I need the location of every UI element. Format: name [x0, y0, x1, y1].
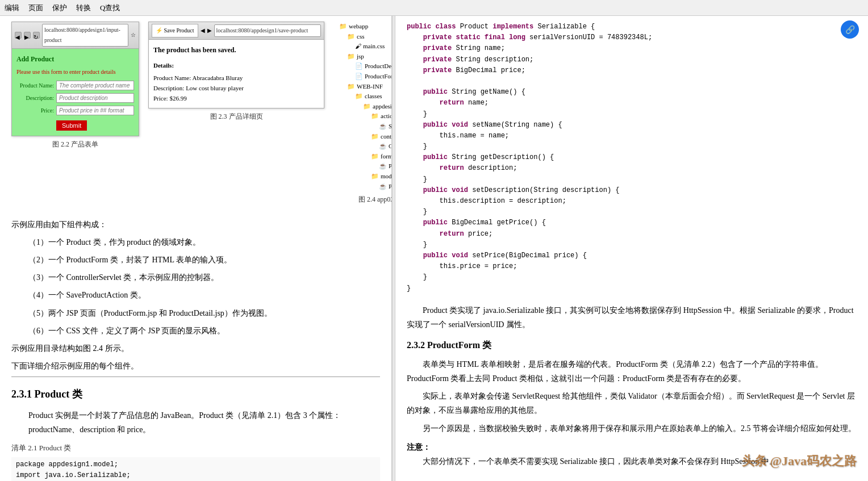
form-row-desc: Description:: [16, 93, 134, 103]
tree-name: appdesign1: [373, 102, 392, 112]
top-toolbar: 编辑 页面 保护 转换 Q查找: [0, 0, 868, 16]
code-line: public void setName(String name) {: [407, 120, 857, 131]
bookmark-icon: ☆: [131, 30, 136, 40]
item3: （3）一个 ControllerServlet 类，本示例应用的控制器。: [28, 270, 380, 285]
toolbar-edit[interactable]: 编辑: [5, 3, 19, 13]
nav-forward2[interactable]: ▶: [207, 26, 212, 36]
label-price: Price:: [16, 106, 56, 116]
fig22-caption: 图 2.2 产品表单: [11, 139, 139, 151]
tree-icon: 📁: [347, 52, 355, 62]
code-line: return name;: [407, 98, 857, 108]
code-line: }: [407, 109, 857, 120]
section-text: Product 实例是一个封装了产品信息的 JavaBean。Product 类…: [28, 408, 380, 437]
tree-name: form: [381, 152, 392, 162]
label-description: Description:: [16, 93, 56, 103]
tree-icon: 📁: [371, 172, 379, 182]
code-line-1: package appdesign1.model;: [16, 459, 375, 470]
code-line: public class Product implements Serializ…: [407, 22, 857, 32]
details-label: Details:: [153, 60, 319, 72]
right-para2: 表单类与 HTML 表单相映射，是后者在服务端的代表。ProductForm 类…: [407, 357, 857, 386]
tree-item: 📄ProductDetails.jsp: [339, 61, 392, 72]
fig22-toolbar: ◀ ▶ ↻ localhost:8080/appdesign1/input-pr…: [12, 22, 139, 49]
input-product-name[interactable]: [56, 81, 134, 90]
add-product-form: Add Product Please use this form to ente…: [12, 49, 139, 136]
tree-name: action: [381, 111, 392, 122]
fig23-browser: ⚡ Save Product ◀ ▶ localhost:8080/appdes…: [148, 22, 324, 212]
tree-item: 📁action: [339, 111, 392, 122]
item4: （4）一个 SaveProductAction 类。: [28, 288, 380, 302]
tree-icon: 📄: [355, 72, 363, 82]
fig23-window: ⚡ Save Product ◀ ▶ localhost:8080/appdes…: [148, 22, 324, 108]
tree-name: model: [381, 172, 392, 182]
intro-text: 示例应用由如下组件构成：: [11, 218, 380, 232]
code-line: }: [407, 174, 857, 185]
code-line: private String name;: [407, 43, 857, 54]
code-line: this.price = price;: [407, 261, 857, 272]
tree-icon: 📁: [347, 32, 355, 42]
code-line: public BigDecimal getPrice() {: [407, 218, 857, 228]
screenshots-row: ◀ ▶ ↻ localhost:8080/appdesign1/input-pr…: [11, 22, 380, 212]
tree-item: 📁jsp: [339, 52, 392, 62]
file-tree-container: 📁webapp📁css🖌main.css📁jsp📄ProductDetails.…: [333, 22, 392, 212]
code-line: }: [407, 240, 857, 250]
item1: （1）一个 Product 类，作为 product 的领域对象。: [28, 235, 380, 249]
toolbar-convert[interactable]: 转换: [76, 3, 91, 13]
right-para5: 大部分情况下，一个表单类不需要实现 Serializable 接口，因此表单类对…: [407, 454, 857, 469]
code-line: private BigDecimal price;: [407, 65, 857, 76]
blue-circle-icon[interactable]: 🔗: [841, 20, 859, 39]
tree-name: ProductForm.jsp: [365, 72, 392, 82]
tree-item: 📁css: [339, 32, 392, 42]
code-line: public void setDescription(String descri…: [407, 185, 857, 196]
fig22-url: localhost:8080/appdesign1/input-product: [42, 24, 128, 47]
tree-name: main.css: [363, 41, 385, 52]
tree-name: webapp: [349, 22, 368, 32]
fig23-url: localhost:8080/appdesign1/save-product: [214, 24, 321, 37]
toolbar-protect[interactable]: 保护: [52, 3, 67, 13]
code-line: private String description;: [407, 55, 857, 65]
tree-item: 📁controller: [339, 132, 392, 142]
file-tree: 📁webapp📁css🖌main.css📁jsp📄ProductDetails.…: [339, 22, 392, 191]
code-line: [407, 76, 857, 87]
code-line: }: [407, 207, 857, 218]
tree-icon: ☕: [379, 182, 387, 192]
toolbar-page[interactable]: 页面: [28, 3, 43, 13]
tree-icon: ☕: [379, 161, 387, 172]
details-text: Product Name: Abracadabra Bluray Descrip…: [153, 73, 319, 103]
form-row-price: Price:: [16, 106, 134, 116]
toolbar-search[interactable]: Q查找: [100, 3, 120, 13]
nav-back[interactable]: ◀: [15, 32, 22, 39]
code-line: return price;: [407, 229, 857, 240]
main-area: ◀ ▶ ↻ localhost:8080/appdesign1/input-pr…: [0, 16, 868, 481]
tab-save: ⚡ Save Product: [152, 24, 198, 37]
nav-back2[interactable]: ◀: [201, 26, 205, 36]
nav-forward[interactable]: ▶: [24, 32, 31, 39]
right-para3: 实际上，表单对象会传递 ServletRequest 给其他组件，类似 Vali…: [407, 389, 857, 417]
section-heading-231: 2.3.1 Product 类: [11, 385, 380, 403]
nav-refresh[interactable]: ↻: [33, 32, 40, 39]
tree-icon: 📁: [355, 91, 363, 102]
tree-item: 📁webapp: [339, 22, 392, 32]
sub-heading-232: 2.3.2 ProductForm 类: [407, 337, 857, 354]
tree-name: jsp: [357, 52, 364, 62]
code-line: return description;: [407, 163, 857, 174]
tree-item: 📁WEB-INF: [339, 82, 392, 92]
tree-name: classes: [365, 91, 382, 102]
tree-name: css: [357, 32, 364, 42]
tree-icon: 📁: [347, 82, 355, 92]
divider: [11, 377, 380, 377]
submit-button[interactable]: Submit: [56, 120, 87, 131]
tree-detail-intro: 下面详细介绍示例应用的每个组件。: [11, 359, 380, 373]
label-product-name: Product Name:: [16, 81, 56, 91]
input-description[interactable]: [56, 93, 134, 103]
tree-item: 📁model: [339, 172, 392, 182]
tree-item: 🖌main.css: [339, 41, 392, 52]
fig23-caption: 图 2.3 产品详细页: [148, 111, 324, 123]
right-para1: Product 类实现了 java.io.Serializable 接口，其实例…: [407, 303, 857, 332]
input-price[interactable]: [56, 106, 134, 115]
listing-heading: 清单 2.1 Product 类: [11, 441, 380, 454]
code-line: }: [407, 141, 857, 152]
code-render: public class Product implements Serializ…: [407, 22, 857, 294]
note-label: 注意：: [407, 440, 857, 454]
item6: （6）一个 CSS 文件，定义了两个 JSP 页面的显示风格。: [28, 324, 380, 338]
tree-item: ☕ProductForm.class: [339, 161, 392, 172]
